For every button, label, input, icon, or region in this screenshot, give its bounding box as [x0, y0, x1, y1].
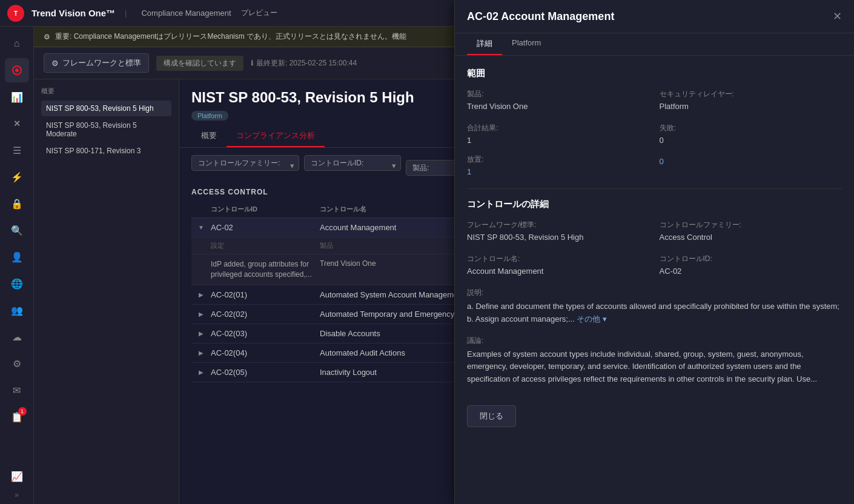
nav-list[interactable]: ☰: [5, 138, 29, 162]
panel-title: AC-02 Account Management: [467, 10, 614, 23]
nav-users[interactable]: 👥: [5, 298, 29, 322]
nav-lock[interactable]: 🔒: [5, 191, 29, 216]
expand-icon-0201: ▶: [191, 291, 211, 298]
status-indicator: 構成を確認しています: [156, 56, 243, 71]
description-label: 説明:: [467, 288, 842, 298]
framework-label: フレームワーク/標準:: [467, 220, 650, 230]
settings-icon: ⚙: [51, 59, 59, 68]
panel-tabs: 詳細 Platform: [455, 33, 854, 56]
failed-value: 0: [660, 136, 842, 145]
close-button[interactable]: 閉じる: [467, 405, 516, 427]
nav-report[interactable]: 📋 1: [5, 405, 29, 429]
more-link[interactable]: その他 ▾: [577, 314, 607, 323]
update-text: 最終更新: 2025-02-25 15:00:44: [256, 58, 357, 68]
control-id-ac0205: AC-02(05): [211, 368, 320, 377]
col-expand: [191, 205, 211, 214]
control-family-filter[interactable]: コントロールファミリー:: [191, 155, 299, 171]
control-family-label: コントロールファミリー:: [660, 220, 842, 230]
scope-section-title: 範囲: [467, 68, 842, 79]
results-grid: 合計結果: 1 失敗: 0 放置: 1 0: [467, 123, 842, 176]
framework-settings-label: フレームワークと標準: [62, 58, 141, 68]
failed-value2: 0: [660, 157, 842, 166]
security-layer-label: セキュリティレイヤー:: [660, 89, 842, 99]
left-nav: ⌂ 📊 ✕ ☰ ⚡ 🔒 🔍 👤 🌐 👥 ☁ ⚙ ✉ 📋 1 📈 »: [0, 27, 34, 504]
control-family-field: コントロールファミリー: Access Control: [660, 220, 842, 242]
warning-icon: ⚙: [44, 33, 50, 41]
discussion-text: Examples of system account types include…: [467, 348, 842, 386]
panel-tab-platform[interactable]: Platform: [502, 33, 551, 55]
product-field: 製品: Trend Vision One: [467, 89, 650, 111]
control-id-ac0203: AC-02(03): [211, 329, 320, 338]
nav-user[interactable]: 👤: [5, 245, 29, 269]
panel-body: 範囲 製品: Trend Vision One セキュリティレイヤー: Plat…: [455, 56, 854, 504]
framework-value: NIST SP 800-53, Revision 5 High: [467, 233, 650, 242]
app-title: Trend Vision One™: [31, 8, 115, 18]
control-details-title: コントロールの詳細: [467, 199, 842, 210]
nav-mail[interactable]: ✉: [5, 378, 29, 402]
nav-cloud[interactable]: ☁: [5, 325, 29, 349]
control-id-filter[interactable]: コントロールID:: [304, 155, 401, 171]
app-logo: T: [7, 5, 24, 22]
expand-icon-0202: ▶: [191, 311, 211, 317]
control-details-grid2: コントロール名: Account Management コントロールID: AC…: [467, 254, 842, 276]
panel-header: AC-02 Account Management ✕: [455, 0, 854, 33]
control-id-ac0204: AC-02(04): [211, 348, 320, 357]
module-name: Compliance Management: [141, 8, 231, 18]
tab-compliance[interactable]: コンプライアンス分析: [227, 125, 325, 147]
panel-divider: [467, 188, 842, 189]
preview-label: プレビュー: [241, 8, 277, 18]
last-update: ℹ 最終更新: 2025-02-25 15:00:44: [251, 58, 357, 68]
sidebar-item-nist-high[interactable]: NIST SP 800-53, Revision 5 High: [41, 101, 171, 116]
warning-text: 重要: Compliance ManagementはプレリリースMechanis…: [55, 31, 406, 42]
sidebar-item-nist-171[interactable]: NIST SP 800-171, Revision 3: [41, 143, 171, 159]
product-label: 製品:: [467, 89, 650, 99]
security-layer-value: Platform: [660, 102, 842, 111]
control-family-value: Access Control: [660, 233, 842, 242]
expand-icon: ▼: [191, 224, 211, 231]
nav-analytics[interactable]: 📈: [5, 464, 29, 488]
total-value: 1: [467, 136, 650, 145]
status-text: 構成を確認しています: [164, 59, 236, 67]
scope-grid: 製品: Trend Vision One セキュリティレイヤー: Platfor…: [467, 89, 842, 111]
description-field: 説明: a. Define and document the types of …: [467, 288, 842, 326]
control-name-field: コントロール名: Account Management: [467, 254, 650, 276]
failed-field: 失敗: 0: [660, 123, 842, 145]
detail-panel: AC-02 Account Management ✕ 詳細 Platform 範…: [454, 0, 854, 504]
panel-tab-details[interactable]: 詳細: [467, 33, 502, 55]
nav-alert[interactable]: ⚡: [5, 165, 29, 189]
nav-search[interactable]: 🔍: [5, 218, 29, 242]
panel-close-button[interactable]: ✕: [833, 10, 842, 23]
sidebar-section-title: 概要: [41, 87, 171, 96]
total-label: 合計結果:: [467, 123, 650, 133]
abandoned-value: 1: [467, 167, 650, 176]
control-id-label: コントロールID:: [660, 254, 842, 264]
control-details-grid1: フレームワーク/標準: NIST SP 800-53, Revision 5 H…: [467, 220, 842, 242]
description-text: a. Define and document the types of acco…: [467, 300, 842, 326]
abandoned-label: 放置:: [467, 154, 650, 165]
control-id-value: AC-02: [660, 267, 842, 276]
nav-home[interactable]: ⌂: [5, 31, 29, 56]
control-name-label: コントロール名:: [467, 254, 650, 264]
sub-col-setting: 設定: [211, 241, 320, 250]
nav-expand[interactable]: »: [15, 491, 19, 499]
control-id-ac0201: AC-02(01): [211, 290, 320, 299]
nav-x[interactable]: ✕: [5, 111, 29, 136]
nav-globe[interactable]: 🌐: [5, 271, 29, 296]
control-name-value: Account Management: [467, 267, 650, 276]
total-field: 合計結果: 1: [467, 123, 650, 145]
control-id-ac02: AC-02: [211, 223, 320, 232]
framework-settings-button[interactable]: ⚙ フレームワークと標準: [44, 53, 149, 73]
discussion-field: 議論: Examples of system account types inc…: [467, 336, 842, 386]
sidebar-item-nist-moderate[interactable]: NIST SP 800-53, Revision 5 Moderate: [41, 118, 171, 142]
nav-dashboard[interactable]: [5, 58, 29, 82]
failed-field2: 0: [660, 154, 842, 176]
col-control-id: コントロールID: [211, 205, 320, 214]
nav-charts[interactable]: 📊: [5, 85, 29, 109]
expand-icon-0203: ▶: [191, 330, 211, 337]
sub-setting-text: IdP added, group attributes for privileg…: [211, 259, 320, 280]
nav-badge: 1: [18, 407, 27, 416]
tab-overview[interactable]: 概要: [191, 125, 227, 147]
nav-settings[interactable]: ⚙: [5, 351, 29, 376]
svg-point-3: [15, 68, 19, 72]
info-icon: ℹ: [251, 59, 254, 67]
